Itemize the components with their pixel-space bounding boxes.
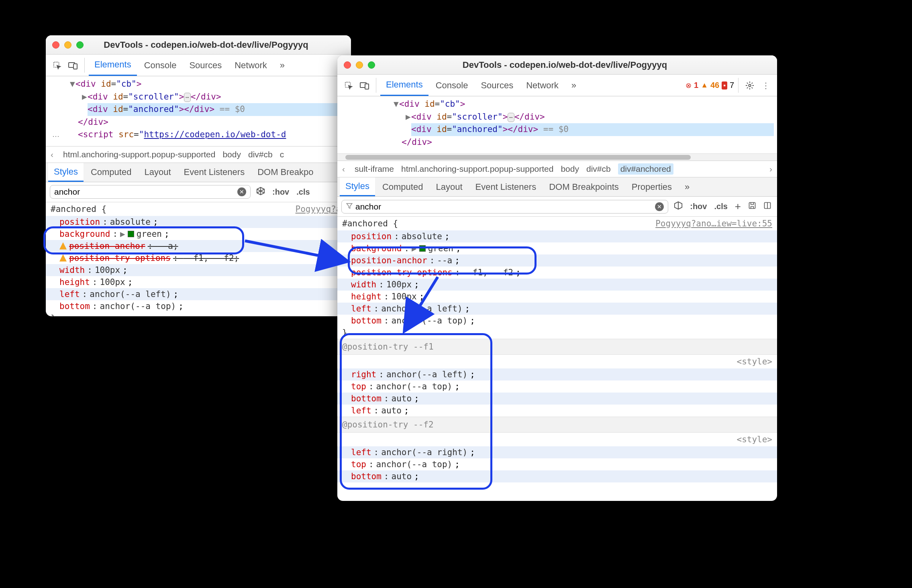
inspect-icon[interactable] — [50, 55, 64, 76]
minimize-icon[interactable] — [64, 41, 71, 49]
filter-bar: ✕ :hov .cls + — [337, 197, 777, 217]
devtools-window-right: DevTools - codepen.io/web-dot-dev/live/P… — [337, 55, 777, 501]
rule-source-link[interactable]: Pogyyyq?ano…iew=live:55 — [655, 218, 772, 230]
swatch-toggle-icon[interactable] — [672, 201, 684, 212]
error-icon: ⊗ — [686, 81, 692, 90]
warning-icon: ▲ — [701, 81, 708, 90]
tab-event-listeners[interactable]: Event Listeners — [470, 177, 542, 196]
tab-event-listeners[interactable]: Event Listeners — [178, 163, 251, 182]
more-tabs-icon[interactable]: » — [274, 55, 290, 76]
hov-button[interactable]: :hov — [271, 187, 291, 197]
tab-sources[interactable]: Sources — [475, 75, 519, 96]
tab-console[interactable]: Console — [430, 75, 474, 96]
device-icon[interactable] — [357, 75, 372, 96]
titlebar: DevTools - codepen.io/web-dot-dev/live/P… — [337, 55, 777, 75]
breadcrumb[interactable]: ‹ html.anchoring-support.popup-supported… — [46, 146, 351, 163]
zoom-icon[interactable] — [76, 41, 84, 49]
rule-selector[interactable]: #anchored { — [342, 218, 398, 230]
save-icon[interactable] — [747, 201, 758, 212]
tab-console[interactable]: Console — [139, 55, 182, 76]
color-swatch-icon[interactable] — [419, 245, 426, 252]
close-icon[interactable] — [52, 41, 59, 49]
plus-icon[interactable]: + — [733, 200, 743, 213]
crumb-left-icon[interactable]: ‹ — [340, 164, 347, 174]
style-source-link[interactable]: <style> — [737, 356, 772, 368]
svg-rect-5 — [365, 84, 369, 89]
filter-input[interactable] — [355, 202, 653, 212]
clear-icon[interactable]: ✕ — [237, 187, 246, 196]
dom-tree[interactable]: ▼<div id="cb"> ▶<div id="scroller">⋯</di… — [337, 96, 777, 153]
rule-selector[interactable]: #anchored { — [51, 203, 106, 215]
tab-layout[interactable]: Layout — [430, 177, 468, 196]
tab-elements[interactable]: Elements — [380, 75, 428, 96]
issues-icon: ▪ — [722, 81, 727, 90]
clear-icon[interactable]: ✕ — [655, 202, 664, 211]
tab-network[interactable]: Network — [229, 55, 273, 76]
more-subtabs-icon[interactable]: » — [679, 177, 695, 196]
zoom-icon[interactable] — [368, 61, 375, 69]
tab-properties[interactable]: Properties — [626, 177, 677, 196]
svg-rect-2 — [73, 64, 77, 69]
funnel-icon — [346, 202, 353, 211]
filter-input-wrap: ✕ — [341, 200, 668, 214]
kebab-icon[interactable]: ⋮ — [759, 75, 773, 96]
tab-network[interactable]: Network — [520, 75, 564, 96]
window-controls — [52, 41, 84, 49]
filter-input-wrap: ✕ — [50, 185, 251, 199]
at-rule-header-f1[interactable]: @position-try --f1 — [337, 339, 777, 355]
filter-bar: ✕ :hov .cls — [46, 182, 351, 202]
device-icon[interactable] — [66, 55, 80, 76]
main-toolbar: Elements Console Sources Network » — [46, 55, 351, 76]
ellipsis-icon: ⋯ — [52, 132, 60, 140]
window-title: DevTools - codepen.io/web-dot-dev/live/P… — [379, 60, 771, 70]
tab-layout[interactable]: Layout — [139, 163, 176, 182]
window-title: DevTools - codepen.io/web-dot-dev/live/P… — [88, 40, 345, 50]
devtools-window-left: DevTools - codepen.io/web-dot-dev/live/P… — [46, 35, 351, 316]
styles-subtabs: Styles Computed Layout Event Listeners D… — [337, 177, 777, 197]
warning-icon — [59, 254, 67, 262]
dom-selected-node: <div id="anchored"></div> == $0 — [88, 103, 348, 116]
horizontal-scrollbar[interactable] — [337, 153, 777, 161]
swatch-toggle-icon[interactable] — [255, 187, 267, 197]
tab-sources[interactable]: Sources — [184, 55, 227, 76]
style-source-link[interactable]: <style> — [737, 433, 772, 446]
close-icon[interactable] — [344, 61, 351, 69]
tab-styles[interactable]: Styles — [48, 163, 84, 182]
svg-rect-7 — [749, 203, 755, 209]
more-tabs-icon[interactable]: » — [566, 75, 582, 96]
color-swatch-icon[interactable] — [128, 231, 134, 237]
crumb-right-icon[interactable]: › — [767, 164, 775, 174]
main-toolbar: Elements Console Sources Network » ⊗1 ▲4… — [337, 75, 777, 96]
titlebar: DevTools - codepen.io/web-dot-dev/live/P… — [46, 35, 351, 55]
tab-computed[interactable]: Computed — [377, 177, 429, 196]
tab-elements[interactable]: Elements — [89, 55, 137, 76]
tab-dom-breakpoints[interactable]: DOM Breakpoints — [543, 177, 624, 196]
minimize-icon[interactable] — [356, 61, 363, 69]
cls-button[interactable]: .cls — [712, 202, 729, 211]
cls-button[interactable]: .cls — [295, 187, 311, 197]
tab-computed[interactable]: Computed — [85, 163, 137, 182]
crumb-left-icon[interactable]: ‹ — [48, 150, 56, 159]
svg-point-6 — [749, 84, 751, 87]
status-badges[interactable]: ⊗1 ▲46 ▪7 — [686, 75, 734, 96]
layout-icon[interactable] — [762, 201, 773, 212]
hov-button[interactable]: :hov — [688, 202, 708, 211]
styles-panel: #anchored { Pogyyyq?an position: absolut… — [46, 202, 351, 317]
tab-styles[interactable]: Styles — [340, 177, 375, 196]
styles-panel: #anchored { Pogyyyq?ano…iew=live:55 posi… — [337, 217, 777, 501]
at-rule-header-f2[interactable]: @position-try --f2 — [337, 417, 777, 433]
filter-input[interactable] — [54, 187, 235, 197]
warning-icon — [59, 242, 67, 250]
window-controls — [344, 61, 375, 69]
breadcrumb[interactable]: ‹ sult-iframe html.anchoring-support.pop… — [337, 161, 777, 177]
dom-selected-node: <div id="anchored"></div> == $0 — [411, 123, 774, 136]
tab-dom-breakpoints[interactable]: DOM Breakpo — [252, 163, 319, 182]
styles-subtabs: Styles Computed Layout Event Listeners D… — [46, 163, 351, 182]
gear-icon[interactable] — [743, 75, 757, 96]
dom-tree[interactable]: ▼<div id="cb"> ▶<div id="scroller">⋯</di… — [46, 76, 351, 146]
inspect-icon[interactable] — [341, 75, 356, 96]
